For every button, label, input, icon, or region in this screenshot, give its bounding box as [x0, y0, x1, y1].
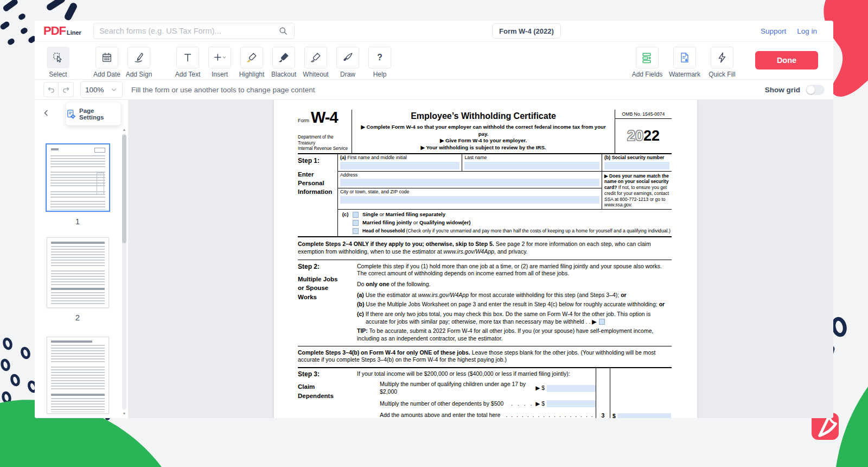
page-thumbnail-1[interactable] — [46, 143, 110, 212]
tool-label: Add Text — [175, 71, 200, 78]
done-button[interactable]: Done — [755, 51, 818, 70]
insert-plus-icon — [213, 52, 227, 64]
step3-dependents-row: Multiply the number of other dependents … — [357, 400, 596, 408]
form-bullet-1: ▶ Complete Form W-4 so that your employe… — [355, 124, 611, 138]
sub-toolbar: 100% Fill the form or use another tools … — [35, 80, 833, 100]
form-bullet-2: ▶ Give Form W-4 to your employer. — [355, 137, 611, 144]
steps-2-4-note: Complete Steps 2–4 ONLY if they apply to… — [298, 237, 672, 260]
help-icon: ? — [374, 52, 386, 64]
step3-label: Step 3: — [298, 370, 357, 379]
step1-section: Step 1: Enter Personal Information (a) — [298, 154, 672, 237]
city-field[interactable] — [340, 196, 599, 204]
text-icon — [182, 52, 194, 64]
show-grid-label: Show grid — [765, 86, 800, 94]
head-of-household-checkbox[interactable] — [353, 228, 359, 234]
step3-total-row: Add the amounts above and enter the tota… — [357, 412, 596, 418]
zoom-level-select[interactable]: 100% — [80, 81, 123, 98]
last-name-label: Last name — [464, 155, 599, 161]
step3-section: Step 3: Claim Dependents If your total i… — [298, 368, 672, 418]
page-thumbnail-2[interactable] — [47, 237, 109, 308]
step2-option-b: (b) Use the Multiple Jobs Worksheet on p… — [357, 301, 672, 308]
sidebar-scrollbar[interactable]: ▲ ▼ — [122, 127, 126, 416]
last-name-field[interactable] — [464, 162, 599, 169]
tool-label: Draw — [340, 71, 355, 78]
other-dependents-amount-field[interactable] — [547, 400, 596, 407]
highlight-brush-icon — [246, 52, 258, 64]
blackout-tool-button[interactable]: Blackout — [271, 47, 296, 78]
add-text-tool-button[interactable]: Add Text — [175, 47, 200, 78]
whiteout-tool-button[interactable]: Whiteout — [303, 47, 328, 78]
toolbar: Select Add Date Add Sign — [35, 41, 833, 80]
tool-label: Blackout — [271, 71, 296, 78]
single-checkbox[interactable] — [353, 212, 359, 218]
filing-status-row-single: Single or Married filing separately — [353, 211, 672, 218]
form-title: Employee’s Withholding Certificate — [355, 111, 611, 122]
step2-option-c: (c) If there are only two jobs total, yo… — [357, 311, 672, 325]
watermark-tool-button[interactable]: Watermark — [672, 47, 697, 78]
form-title-badge: Form W-4 (2022) — [492, 23, 561, 39]
search-icon[interactable] — [278, 26, 289, 36]
undo-button[interactable] — [43, 82, 59, 97]
search-box[interactable] — [93, 23, 295, 39]
page-thumbnails-list: 1 2 — [35, 100, 120, 418]
page-number-1: 1 — [75, 217, 80, 226]
select-tool-button[interactable]: Select — [46, 47, 71, 78]
scroll-down-arrow-icon[interactable]: ▼ — [122, 411, 126, 416]
filing-status-row-married: Married filing jointly or Qualifying wid… — [353, 219, 672, 226]
login-link[interactable]: Log in — [797, 27, 817, 35]
select-icon — [52, 52, 64, 64]
steps-3-4b-note: Complete Steps 3–4(b) on Form W-4 for on… — [298, 346, 672, 368]
first-name-field[interactable] — [340, 162, 459, 169]
step3-line-number: 3 — [596, 368, 610, 418]
step2-option-a: (a) Use the estimator at www.irs.gov/W4A… — [357, 292, 672, 299]
step2-section: Step 2: Multiple Jobs or Spouse Works Co… — [298, 260, 672, 346]
ssn-field[interactable] — [604, 162, 669, 169]
dept-line1: Department of the Treasury — [298, 135, 349, 146]
tool-label: Select — [49, 71, 67, 78]
draw-brush-icon — [342, 52, 354, 64]
two-jobs-checkbox[interactable] — [599, 319, 605, 325]
married-jointly-checkbox[interactable] — [353, 220, 359, 226]
support-link[interactable]: Support — [761, 27, 786, 35]
help-tool-button[interactable]: ? Help — [367, 47, 392, 78]
tool-label: Add Sign — [126, 71, 152, 78]
city-label: City or town, state, and ZIP code — [340, 189, 599, 195]
step2-label: Step 2: — [298, 263, 357, 272]
quick-fill-icon — [716, 52, 728, 64]
qualifying-children-amount-field[interactable] — [547, 385, 596, 392]
quick-fill-tool-button[interactable]: Quick Fill — [710, 47, 735, 78]
pdfliner-logo[interactable]: PDF Liner — [43, 24, 81, 38]
step2-paragraph-1: Complete this step if you (1) hold more … — [357, 263, 672, 277]
zoom-level-value: 100% — [85, 86, 104, 94]
highlight-tool-button[interactable]: Highlight — [239, 47, 264, 78]
form-bullet-3: ▶ Your withholding is subject to review … — [355, 144, 611, 152]
tool-label: Whiteout — [303, 71, 328, 78]
step3-total-amount-field[interactable] — [617, 413, 671, 418]
green-wedge-bottom-right — [836, 387, 868, 467]
tool-label: Add Date — [93, 71, 120, 78]
draw-tool-button[interactable]: Draw — [335, 47, 360, 78]
step3-intro: If your total income will be $200,000 or… — [357, 370, 596, 378]
page-thumbnail-3[interactable] — [47, 337, 109, 414]
show-grid-toggle[interactable] — [806, 85, 825, 95]
redo-button[interactable] — [59, 82, 74, 97]
chevron-down-icon — [110, 86, 118, 93]
scroll-up-arrow-icon[interactable]: ▲ — [122, 127, 126, 132]
add-sign-tool-button[interactable]: Add Sign — [126, 47, 151, 78]
first-name-label: First name and middle initial — [347, 155, 407, 160]
ring-doodle-right — [832, 318, 846, 336]
step1-label: Step 1: — [298, 157, 337, 166]
address-label: Address — [340, 172, 599, 178]
search-input[interactable] — [99, 27, 278, 35]
tool-label: Watermark — [669, 71, 700, 78]
tool-label: Help — [373, 71, 387, 78]
svg-text:?: ? — [377, 53, 382, 62]
add-fields-tool-button[interactable]: Add Fields — [635, 47, 660, 78]
scrollbar-thumb[interactable] — [122, 135, 126, 243]
add-date-tool-button[interactable]: Add Date — [94, 47, 119, 78]
ssn-label: Social security number — [612, 155, 665, 160]
pdfliner-app-window: PDF Liner Form W-4 (2022) Support Log in — [35, 21, 833, 418]
insert-tool-button[interactable]: Insert — [207, 47, 232, 78]
address-field[interactable] — [340, 179, 599, 186]
sign-pen-icon — [133, 52, 145, 64]
